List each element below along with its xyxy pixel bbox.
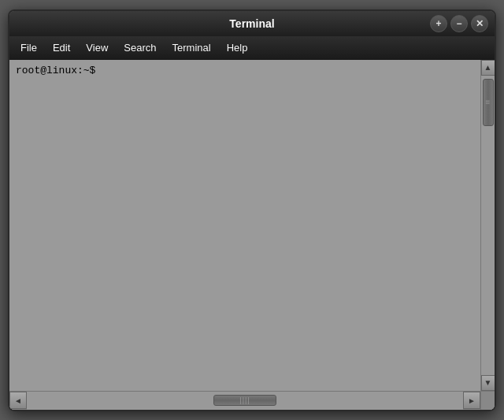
menu-bar: File Edit View Search Terminal Help [9,36,495,60]
prompt-line: root@linux:~$ [16,65,474,76]
menu-terminal[interactable]: Terminal [165,40,219,55]
menu-view[interactable]: View [78,40,116,55]
terminal-content-wrapper: root@linux:~$ ▲ ▼ [9,60,495,391]
window-controls: + − ✕ [430,15,488,32]
menu-file[interactable]: File [13,40,45,55]
vertical-scrollbar: ▲ ▼ [480,60,495,391]
bottom-scrollbar-area: ◄ ► [9,391,495,410]
scroll-track-horizontal[interactable] [27,392,463,410]
scroll-down-arrow[interactable]: ▼ [481,375,495,391]
terminal-content[interactable]: root@linux:~$ [9,60,480,391]
scroll-thumb-vertical[interactable] [483,79,494,126]
terminal-prompt: root@linux:~$ [16,65,95,76]
scroll-up-arrow[interactable]: ▲ [481,60,495,76]
terminal-window: Terminal + − ✕ File Edit View Search Ter… [8,9,496,411]
close-button[interactable]: ✕ [471,15,488,32]
scroll-right-arrow[interactable]: ► [463,392,480,409]
minimize-button[interactable]: − [450,15,468,32]
scroll-thumb-horizontal[interactable] [213,395,276,406]
menu-search[interactable]: Search [116,40,164,55]
title-bar: Terminal + − ✕ [9,11,495,36]
menu-edit[interactable]: Edit [45,40,78,55]
menu-help[interactable]: Help [219,40,256,55]
terminal-body: root@linux:~$ ▲ ▼ ◄ ► [9,60,495,410]
scroll-track-vertical[interactable] [481,76,495,375]
window-title: Terminal [229,17,274,30]
add-button[interactable]: + [430,15,447,32]
horizontal-scrollbar: ◄ ► [9,392,480,410]
scrollbar-corner [480,392,495,410]
scroll-left-arrow[interactable]: ◄ [9,392,27,409]
